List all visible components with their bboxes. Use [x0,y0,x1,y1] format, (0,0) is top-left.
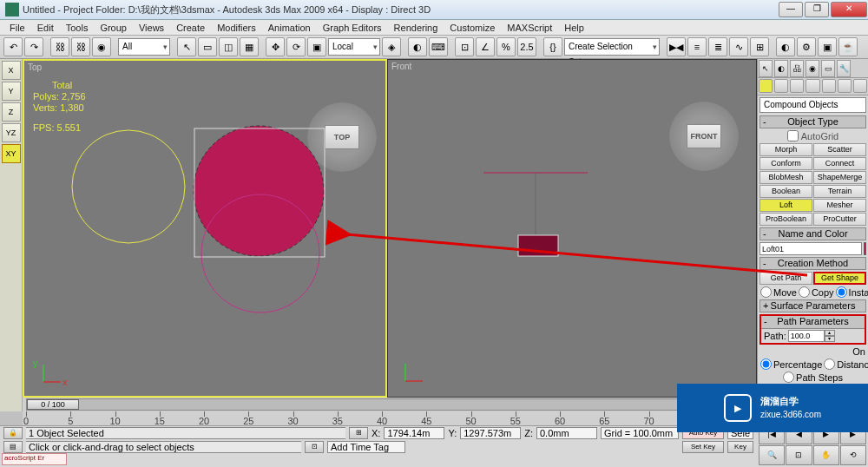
set-key-button[interactable]: Set Key [682,441,724,453]
key-filters-button[interactable]: Key [727,441,753,453]
subcat-cameras[interactable] [806,79,819,93]
btn-conform[interactable]: Conform [760,157,812,170]
axis-x-button[interactable]: X [2,61,21,80]
subcat-spacewarps[interactable] [838,79,852,93]
menu-graph-editors[interactable]: Graph Editors [317,21,388,35]
render-frame-button[interactable]: ▣ [818,37,837,56]
render-setup-button[interactable]: ⚙ [797,37,816,56]
view-cube-front[interactable]: FRONT [669,102,739,171]
btn-scatter[interactable]: Scatter [813,143,866,156]
selection-filter-combo[interactable]: All [118,38,170,56]
view-cube-face-front[interactable]: FRONT [687,124,721,148]
spinner-snap-button[interactable]: 2.5 [517,37,536,56]
select-name-button[interactable]: ▭ [198,37,217,56]
menu-tools[interactable]: Tools [60,21,95,35]
rotate-button[interactable]: ⟳ [286,37,306,56]
absolute-transform-button[interactable]: ⊞ [349,427,368,439]
maximize-button[interactable]: ❐ [805,2,829,17]
tab-create[interactable]: ↖ [759,60,773,77]
select-button[interactable]: ↖ [177,37,196,56]
close-button[interactable]: ✕ [831,2,867,17]
time-slider-thumb[interactable]: 0 / 100 [27,399,79,410]
manipulate-button[interactable]: ◐ [408,37,427,56]
category-combo[interactable]: Compound Objects [760,97,866,113]
subcat-systems[interactable] [853,79,867,93]
view-cube-top[interactable]: TOP [307,102,377,172]
axis-yz-button[interactable]: YZ [2,123,21,142]
lock-selection-button[interactable]: 🔒 [3,427,23,439]
view-cube-face[interactable]: TOP [325,125,359,149]
btn-shapemerge[interactable]: ShapeMerge [813,171,866,184]
menu-maxscript[interactable]: MAXScript [501,21,558,35]
align-button[interactable]: ≡ [687,37,707,56]
radio-percentage[interactable] [760,358,772,370]
btn-get-shape[interactable]: Get Shape [813,272,866,285]
window-crossing-button[interactable]: ▦ [240,37,259,56]
rollout-object-type[interactable]: -Object Type [760,115,866,128]
redo-button[interactable]: ↷ [24,37,43,56]
nav-zoom[interactable]: 🔍 [759,445,785,466]
z-coord-field[interactable]: 0.0mm [536,427,597,439]
nav-pan[interactable]: ✋ [813,445,839,466]
radio-copy[interactable] [799,286,810,298]
menu-create[interactable]: Create [170,21,211,35]
subcat-helpers[interactable] [822,79,836,93]
menu-animation[interactable]: Animation [262,21,317,35]
menu-rendering[interactable]: Rendering [388,21,444,35]
rollout-path-params[interactable]: -Path Parameters [761,316,865,329]
rollout-surface-params[interactable]: +Surface Parameters [760,299,866,312]
keyboard-button[interactable]: ⌨ [429,37,448,56]
schematic-button[interactable]: ⊞ [750,37,769,56]
menu-group[interactable]: Group [94,21,133,35]
radio-instance[interactable] [836,286,847,298]
radio-move[interactable] [760,286,772,298]
menu-modifiers[interactable]: Modifiers [211,21,262,35]
unlink-button[interactable]: ⛓ [71,37,90,56]
quick-render-button[interactable]: ☕ [838,37,858,56]
autogrid-checkbox[interactable] [787,130,799,141]
btn-morph[interactable]: Morph [760,143,812,156]
undo-button[interactable]: ↶ [3,37,23,56]
nav-zoom-all[interactable]: ⊡ [786,445,812,466]
menu-customize[interactable]: Customize [444,21,501,35]
tab-modify[interactable]: ◐ [774,60,788,77]
move-button[interactable]: ✥ [266,37,285,56]
viewport-top[interactable]: Top Total Polys: 2,756 Verts: 1,380 FPS:… [23,59,387,398]
tab-motion[interactable]: ◉ [806,60,819,77]
scale-button[interactable]: ▣ [307,37,326,56]
pivot-button[interactable]: ◈ [382,37,401,56]
y-coord-field[interactable]: 1297.573m [460,427,521,439]
btn-procutter[interactable]: ProCutter [813,213,866,226]
x-coord-field[interactable]: 1794.14m [384,427,444,439]
rollout-name-color[interactable]: -Name and Color [760,227,866,240]
radio-distance[interactable] [824,358,835,370]
bind-button[interactable]: ◉ [92,37,111,56]
layers-button[interactable]: ≣ [708,37,727,56]
minimize-button[interactable]: — [779,2,803,17]
add-time-tag[interactable]: Add Time Tag [327,441,405,453]
edit-sel-set-button[interactable]: {​} [543,37,562,56]
time-slider-track[interactable]: 0 / 100 [26,398,753,411]
btn-terrain[interactable]: Terrain [813,185,866,198]
time-config-button[interactable]: ⊡ [305,441,324,453]
object-color-swatch[interactable] [864,242,866,255]
btn-boolean[interactable]: Boolean [760,185,812,198]
snap-percent-button[interactable]: % [496,37,516,56]
subcat-geometry[interactable] [759,79,773,93]
selection-set-combo[interactable]: Create Selection Set [564,38,660,56]
axis-xy-button[interactable]: XY [2,144,21,163]
snap-2d-button[interactable]: ⊡ [455,37,474,56]
ref-coord-combo[interactable]: Local [328,38,380,56]
tab-utilities[interactable]: 🔧 [837,60,851,77]
menu-views[interactable]: Views [133,21,170,35]
tab-display[interactable]: ▭ [821,60,835,77]
axis-y-button[interactable]: Y [2,82,21,101]
btn-mesher[interactable]: Mesher [813,199,866,212]
link-button[interactable]: ⛓ [50,37,69,56]
mirror-button[interactable]: ▶◀ [667,37,686,56]
object-name-input[interactable] [760,242,862,255]
btn-blobmesh[interactable]: BlobMesh [760,171,812,184]
subcat-lights[interactable] [790,79,804,93]
tab-hierarchy[interactable]: 品 [790,60,804,77]
rollout-creation-method[interactable]: -Creation Method [760,257,866,270]
